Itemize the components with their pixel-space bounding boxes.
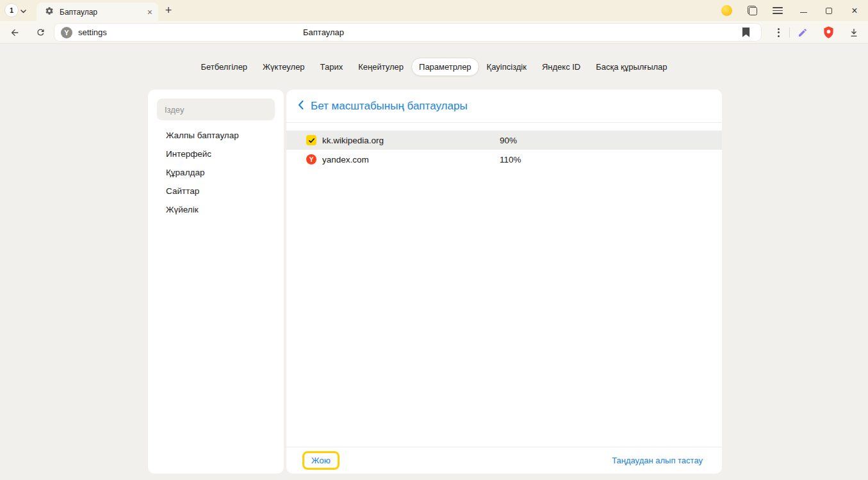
minimize-button[interactable] — [790, 0, 816, 21]
back-arrow-icon — [10, 28, 20, 38]
download-icon — [849, 28, 859, 38]
tab-count-badge: 1 — [4, 3, 19, 17]
maximize-icon — [826, 8, 832, 14]
settings-nav: Бетбелгілер Жүктеулер Тарих Кеңейтулер П… — [0, 58, 868, 76]
shield-icon — [823, 26, 834, 38]
tab-settings[interactable]: Параметрлер — [411, 58, 479, 76]
maximize-button[interactable] — [816, 0, 842, 21]
reload-button[interactable] — [32, 21, 49, 44]
reload-icon — [36, 28, 45, 37]
zoom-list: kk.wikipedia.org 90% Y yandex.com 110% — [286, 123, 722, 169]
browser-menu-button[interactable] — [765, 0, 790, 21]
sidebar-item-interface[interactable]: Интерфейс — [148, 145, 284, 163]
chevron-down-icon — [20, 4, 26, 16]
zoom-value: 110% — [500, 150, 521, 169]
address-text: settings — [78, 28, 107, 37]
settings-sidebar: Жалпы баптаулар Интерфейс Құралдар Сайтт… — [148, 90, 284, 474]
toolbar-more-button[interactable] — [767, 21, 789, 44]
tab-close-button[interactable]: × — [147, 8, 152, 17]
close-icon: × — [851, 6, 857, 16]
site-name: yandex.com — [322, 150, 369, 169]
settings-page: Бетбелгілер Жүктеулер Тарих Кеңейтулер П… — [0, 44, 868, 480]
hamburger-icon — [773, 7, 783, 14]
yandex-favicon: Y — [306, 154, 316, 164]
pen-button[interactable] — [790, 21, 815, 44]
more-icon — [778, 28, 780, 37]
all-tabs-button[interactable] — [739, 0, 765, 21]
page-title: Баптаулар — [303, 21, 344, 44]
sidebar-item-tools[interactable]: Құралдар — [148, 163, 284, 182]
section-header: Бет масштабының баптаулары — [286, 90, 722, 123]
zoom-row[interactable]: Y yandex.com 110% — [286, 150, 722, 169]
browser-tab[interactable]: Баптаулар × — [37, 3, 158, 21]
clear-selection-link[interactable]: Таңдаудан алып тастау — [612, 456, 703, 465]
tab-extensions[interactable]: Кеңейтулер — [350, 58, 411, 76]
sidebar-list: Жалпы баптаулар Интерфейс Құралдар Сайтт… — [148, 126, 284, 219]
site-name: kk.wikipedia.org — [322, 131, 384, 150]
assistant-icon — [721, 5, 732, 16]
tab-counter[interactable]: 1 — [4, 3, 26, 17]
window-close-button[interactable]: × — [842, 0, 867, 21]
tab-history[interactable]: Тарих — [313, 58, 351, 76]
pen-icon — [798, 28, 808, 38]
protect-button[interactable] — [815, 21, 841, 44]
assistant-button[interactable] — [714, 0, 739, 21]
search-field — [157, 99, 275, 120]
zoom-value: 90% — [500, 131, 517, 150]
tabs-stack-icon — [748, 6, 757, 15]
tab-security[interactable]: Қауіпсіздік — [479, 58, 534, 76]
downloads-button[interactable] — [841, 21, 867, 44]
address-bar[interactable]: Y settings — [54, 24, 761, 41]
gear-icon — [45, 6, 54, 18]
minimize-icon — [800, 12, 807, 13]
tab-yandex-id[interactable]: Яндекс ID — [534, 58, 588, 76]
toolbar: Y settings Баптаулар — [0, 21, 868, 44]
bookmark-icon — [742, 28, 750, 37]
check-icon — [308, 137, 315, 144]
toolbar-right-controls — [767, 21, 867, 44]
sidebar-item-system[interactable]: Жүйелік — [148, 200, 284, 219]
site-favicon: Y — [61, 27, 72, 38]
chevron-left-icon — [298, 100, 304, 109]
row-checkbox-checked[interactable] — [306, 135, 316, 145]
delete-button[interactable]: Жою — [302, 451, 340, 470]
tab-other-devices[interactable]: Басқа құрылғылар — [588, 58, 675, 76]
section-title: Бет масштабының баптаулары — [311, 100, 468, 113]
tab-downloads[interactable]: Жүктеулер — [255, 58, 313, 76]
sidebar-item-general[interactable]: Жалпы баптаулар — [148, 126, 284, 145]
panel-footer: Жою Таңдаудан алып тастау — [286, 447, 722, 474]
tabstrip-right-controls: × — [714, 0, 867, 21]
zoom-row[interactable]: kk.wikipedia.org 90% — [286, 131, 722, 150]
tab-title: Баптаулар — [60, 8, 142, 17]
search-input[interactable] — [157, 99, 285, 120]
tab-strip: 1 Баптаулар × + × — [0, 0, 868, 21]
main-panel: Бет масштабының баптаулары kk.wikipedia.… — [286, 90, 722, 474]
back-button[interactable] — [6, 21, 23, 44]
new-tab-button[interactable]: + — [160, 0, 177, 21]
sidebar-item-sites[interactable]: Сайттар — [148, 182, 284, 200]
browser-window: { "colors": { "accent_blue": "#1a82da", … — [0, 0, 868, 480]
back-button-section[interactable] — [298, 100, 304, 112]
bookmark-button[interactable] — [736, 21, 755, 44]
tab-bookmarks[interactable]: Бетбелгілер — [193, 58, 255, 76]
